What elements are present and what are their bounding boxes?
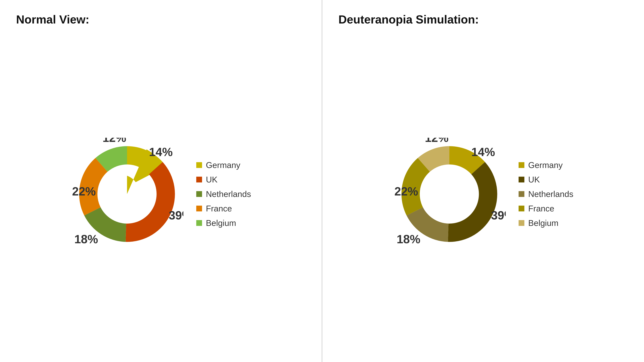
- right-uk-swatch: [518, 177, 524, 182]
- right-germany-label: Germany: [528, 160, 563, 170]
- france-label: France: [206, 204, 232, 213]
- right-france-swatch: [518, 206, 524, 211]
- right-netherlands-pct: 18%: [396, 233, 420, 246]
- right-legend: Germany UK Netherlands France Belgium: [518, 160, 573, 228]
- right-france-label: France: [528, 204, 554, 213]
- france-swatch: [196, 206, 202, 211]
- left-chart-area: 14% 39% 18% 22% 12%: [16, 39, 306, 349]
- right-legend-uk: UK: [518, 175, 573, 184]
- right-donut: 14% 39% 18% 22% 12%: [393, 138, 506, 250]
- left-legend: Germany UK Netherlands France Belgium: [196, 160, 251, 228]
- germany-label: Germany: [206, 160, 240, 170]
- netherlands-swatch: [196, 191, 202, 197]
- left-panel: Normal View:: [0, 0, 322, 362]
- left-legend-france: France: [196, 204, 251, 213]
- right-panel: Deuteranopia Simulation:: [322, 0, 644, 362]
- right-legend-netherlands: Netherlands: [518, 189, 573, 199]
- right-germany-swatch: [518, 162, 524, 168]
- right-legend-germany: Germany: [518, 160, 573, 170]
- right-chart-area: 14% 39% 18% 22% 12% Germany UK Netherlan…: [338, 39, 628, 349]
- left-legend-germany: Germany: [196, 160, 251, 170]
- right-netherlands-swatch: [518, 191, 524, 197]
- left-france-pct: 22%: [72, 185, 96, 198]
- germany-swatch: [196, 162, 202, 168]
- netherlands-label: Netherlands: [206, 189, 251, 199]
- uk-label: UK: [206, 175, 218, 184]
- right-belgium-swatch: [518, 220, 524, 226]
- left-uk-pct: 39%: [169, 209, 184, 222]
- left-belgium-pct: 12%: [102, 138, 126, 144]
- uk-swatch: [196, 177, 202, 182]
- right-uk-pct: 39%: [491, 209, 506, 222]
- right-uk-segment: [448, 162, 497, 242]
- left-title: Normal View:: [16, 13, 306, 26]
- left-uk-segment: [126, 162, 175, 242]
- left-netherlands-pct: 18%: [74, 233, 98, 246]
- left-legend-netherlands: Netherlands: [196, 189, 251, 199]
- right-germany-pct: 14%: [471, 145, 495, 159]
- right-uk-label: UK: [528, 175, 540, 184]
- right-netherlands-label: Netherlands: [528, 189, 573, 199]
- left-legend-belgium: Belgium: [196, 218, 251, 228]
- right-belgium-label: Belgium: [528, 218, 558, 228]
- belgium-label: Belgium: [206, 218, 236, 228]
- right-legend-belgium: Belgium: [518, 218, 573, 228]
- left-germany-pct: 14%: [149, 145, 172, 159]
- left-donut: 14% 39% 18% 22% 12%: [71, 138, 184, 250]
- left-legend-uk: UK: [196, 175, 251, 184]
- right-belgium-pct: 12%: [425, 138, 448, 144]
- belgium-swatch: [196, 220, 202, 226]
- right-title: Deuteranopia Simulation:: [338, 13, 628, 26]
- right-france-pct: 22%: [394, 185, 418, 198]
- right-legend-france: France: [518, 204, 573, 213]
